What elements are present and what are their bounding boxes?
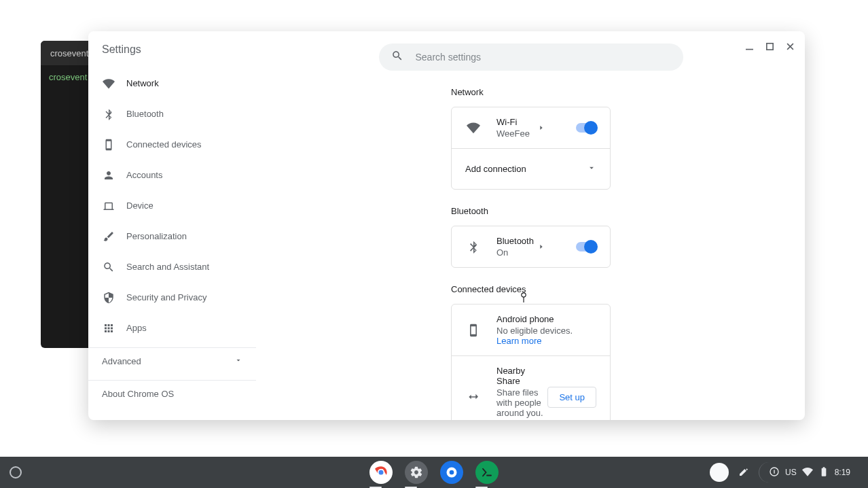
connected-devices-card: Android phone No eligible devices. Learn… bbox=[451, 304, 611, 420]
nearby-share-icon bbox=[465, 389, 482, 405]
status-area[interactable]: US 8:19 bbox=[759, 462, 858, 483]
section-title-network: Network bbox=[451, 87, 611, 97]
nearby-share-sub: Share files with people around you. Lear… bbox=[496, 387, 547, 420]
person-icon bbox=[102, 169, 115, 182]
wifi-row[interactable]: Wi-Fi WeeFee bbox=[452, 107, 610, 148]
notifications-icon bbox=[769, 466, 780, 479]
terminal-title: crosevents bbox=[50, 48, 93, 58]
app-chrome[interactable] bbox=[369, 461, 393, 484]
learn-more-link[interactable]: Learn more bbox=[496, 418, 541, 420]
sidebar-item-label: Security and Privacy bbox=[126, 292, 207, 302]
page-title: Settings bbox=[88, 43, 256, 68]
nearby-share-row[interactable]: Nearby Share Share files with people aro… bbox=[452, 355, 610, 420]
sidebar-item-search-assistant[interactable]: Search and Assistant bbox=[88, 251, 256, 282]
launcher-button[interactable] bbox=[10, 466, 22, 478]
bluetooth-card: Bluetooth On bbox=[451, 226, 611, 268]
clock: 8:19 bbox=[835, 468, 850, 477]
battery-tray-icon bbox=[818, 466, 829, 479]
app-files[interactable] bbox=[440, 461, 463, 484]
ime-indicator: US bbox=[785, 468, 797, 477]
app-settings[interactable] bbox=[405, 461, 428, 484]
sidebar-item-security-privacy[interactable]: Security and Privacy bbox=[88, 282, 256, 313]
sidebar-item-bluetooth[interactable]: Bluetooth bbox=[88, 99, 256, 129]
android-phone-row[interactable]: Android phone No eligible devices. Learn… bbox=[452, 304, 610, 355]
android-phone-title: Android phone bbox=[496, 314, 596, 324]
section-title-connected: Connected devices bbox=[451, 284, 611, 294]
system-tray[interactable]: US 8:19 bbox=[710, 462, 858, 483]
sidebar-item-personalization[interactable]: Personalization bbox=[88, 221, 256, 251]
sidebar-item-label: Search and Assistant bbox=[126, 262, 209, 272]
sidebar-item-label: Personalization bbox=[126, 231, 187, 241]
sidebar-item-label: Bluetooth bbox=[126, 109, 164, 119]
wifi-tray-icon bbox=[802, 466, 813, 479]
main-content: Network Wi-Fi WeeFee Add connection bbox=[257, 31, 805, 420]
wifi-icon bbox=[465, 120, 482, 136]
sidebar-item-label: Network bbox=[126, 78, 159, 88]
phone-icon bbox=[102, 138, 115, 152]
wifi-icon bbox=[102, 77, 115, 90]
chevron-down-icon bbox=[234, 356, 242, 366]
section-title-bluetooth: Bluetooth bbox=[451, 206, 611, 216]
shelf: US 8:19 bbox=[0, 457, 868, 488]
sidebar-about[interactable]: About Chrome OS bbox=[88, 380, 256, 399]
network-card: Wi-Fi WeeFee Add connection bbox=[451, 107, 611, 190]
add-connection-label: Add connection bbox=[465, 164, 587, 174]
stylus-icon[interactable] bbox=[738, 466, 749, 479]
bluetooth-icon bbox=[465, 239, 482, 255]
bluetooth-icon bbox=[102, 107, 115, 121]
app-terminal[interactable] bbox=[475, 461, 499, 484]
search-icon bbox=[391, 50, 416, 65]
learn-more-link[interactable]: Learn more bbox=[496, 336, 541, 346]
bluetooth-toggle[interactable] bbox=[576, 242, 596, 251]
brush-icon bbox=[102, 230, 115, 243]
laptop-icon bbox=[102, 199, 115, 213]
phone-icon bbox=[465, 322, 482, 338]
sidebar-item-label: Connected devices bbox=[126, 139, 202, 150]
about-label: About Chrome OS bbox=[102, 389, 174, 399]
android-phone-sub: No eligible devices. Learn more bbox=[496, 326, 596, 346]
apps-icon bbox=[102, 321, 115, 335]
nearby-share-title: Nearby Share bbox=[496, 366, 547, 386]
search-icon bbox=[102, 260, 115, 274]
avatar[interactable] bbox=[710, 463, 729, 482]
sidebar-item-label: Accounts bbox=[126, 170, 162, 180]
shield-icon bbox=[102, 291, 115, 304]
wifi-ssid: WeeFee bbox=[496, 128, 538, 139]
wifi-title: Wi-Fi bbox=[496, 117, 538, 127]
sidebar-item-label: Apps bbox=[126, 323, 147, 333]
add-connection-row[interactable]: Add connection bbox=[452, 148, 610, 189]
sidebar-item-accounts[interactable]: Accounts bbox=[88, 160, 256, 190]
sidebar-item-network[interactable]: Network bbox=[88, 68, 256, 99]
sidebar-item-label: Device bbox=[126, 201, 153, 211]
chevron-right-icon bbox=[538, 241, 551, 253]
bluetooth-row[interactable]: Bluetooth On bbox=[452, 226, 610, 267]
sidebar-item-connected-devices[interactable]: Connected devices bbox=[88, 129, 256, 160]
search-box[interactable] bbox=[379, 43, 683, 71]
terminal-prompt: crosevent bbox=[49, 72, 87, 82]
settings-window: Settings Network Bluetooth Connected dev… bbox=[88, 31, 805, 420]
svg-point-7 bbox=[450, 470, 454, 475]
sidebar-advanced[interactable]: Advanced bbox=[88, 347, 256, 374]
shelf-apps bbox=[369, 461, 499, 484]
bluetooth-status: On bbox=[496, 247, 538, 258]
sidebar-item-device[interactable]: Device bbox=[88, 190, 256, 221]
chevron-down-icon bbox=[587, 163, 596, 175]
sidebar: Settings Network Bluetooth Connected dev… bbox=[88, 31, 257, 420]
bluetooth-title: Bluetooth bbox=[496, 236, 538, 246]
setup-button[interactable]: Set up bbox=[547, 387, 596, 408]
svg-rect-9 bbox=[774, 470, 774, 473]
chevron-right-icon bbox=[538, 122, 551, 134]
wifi-toggle[interactable] bbox=[576, 123, 596, 133]
sidebar-item-apps[interactable]: Apps bbox=[88, 313, 256, 343]
advanced-label: Advanced bbox=[102, 356, 141, 366]
search-input[interactable] bbox=[416, 52, 671, 63]
